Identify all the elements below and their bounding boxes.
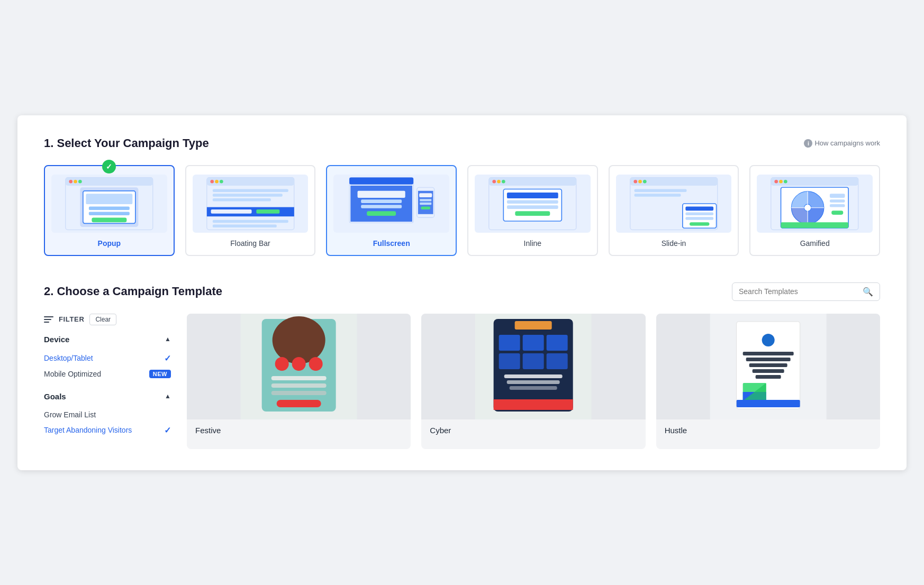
- slide-in-svg: [616, 175, 732, 233]
- how-campaigns-text: How campaigns work: [814, 139, 880, 147]
- svg-rect-83: [271, 383, 327, 388]
- how-campaigns-link[interactable]: i How campaigns work: [804, 139, 880, 148]
- svg-point-79: [275, 357, 289, 371]
- campaign-card-popup[interactable]: ✓: [44, 165, 175, 256]
- cyber-name: Cyber: [421, 419, 645, 441]
- svg-rect-44: [507, 200, 558, 204]
- filter-item-desktop-tablet[interactable]: Desktop/Tablet ✓: [44, 350, 171, 367]
- svg-rect-7: [86, 194, 132, 204]
- svg-rect-53: [634, 194, 681, 197]
- svg-rect-71: [830, 194, 845, 198]
- info-icon: i: [804, 139, 812, 148]
- svg-rect-23: [213, 224, 277, 227]
- filter-item-grow-email[interactable]: Grow Email List: [44, 407, 171, 422]
- svg-rect-27: [358, 190, 405, 197]
- svg-point-62: [780, 179, 783, 183]
- grow-email-label: Grow Email List: [44, 410, 96, 419]
- filter-top: FILTER Clear: [44, 314, 171, 325]
- filter-label: FILTER: [59, 315, 84, 323]
- target-abandoning-label: Target Abandoning Visitors: [44, 426, 132, 434]
- svg-point-4: [78, 179, 82, 183]
- svg-rect-92: [499, 353, 520, 369]
- svg-point-63: [784, 179, 787, 183]
- svg-point-61: [775, 179, 778, 183]
- svg-rect-36: [421, 206, 431, 209]
- campaign-card-slide-in[interactable]: Slide-in: [609, 165, 739, 256]
- campaign-card-inline[interactable]: Inline: [467, 165, 598, 256]
- svg-point-81: [309, 357, 323, 371]
- svg-rect-94: [547, 353, 568, 369]
- cyber-thumbnail: [421, 314, 645, 419]
- svg-rect-102: [742, 352, 793, 355]
- svg-point-101: [762, 334, 774, 346]
- svg-point-15: [220, 179, 223, 183]
- section1-header: 1. Select Your Campaign Type i How campa…: [44, 136, 880, 150]
- svg-point-14: [215, 179, 219, 183]
- svg-rect-91: [547, 335, 568, 351]
- campaign-types-row: ✓: [44, 165, 880, 256]
- svg-rect-30: [367, 211, 396, 216]
- svg-rect-56: [685, 212, 713, 215]
- section2-title: 2. Choose a Campaign Template: [44, 285, 222, 298]
- svg-rect-22: [213, 220, 288, 223]
- hustle-thumbnail: [656, 314, 880, 419]
- fullscreen-label: Fullscreen: [373, 239, 410, 248]
- campaign-card-fullscreen[interactable]: Fullscreen: [326, 165, 457, 256]
- filter-item-target-abandoning[interactable]: Target Abandoning Visitors ✓: [44, 422, 171, 438]
- popup-label: Popup: [98, 239, 121, 248]
- gamified-label: Gamified: [800, 239, 830, 248]
- new-badge: NEW: [149, 370, 171, 378]
- svg-rect-97: [510, 386, 557, 390]
- svg-rect-89: [499, 335, 520, 351]
- svg-point-51: [643, 179, 647, 183]
- device-section-header[interactable]: Device ▲: [44, 335, 171, 344]
- svg-rect-29: [361, 205, 402, 208]
- inline-label: Inline: [524, 239, 541, 248]
- filter-icon: [44, 316, 53, 323]
- svg-rect-93: [523, 353, 544, 369]
- search-icon: 🔍: [863, 287, 873, 297]
- filter-section-goals: Goals ▲ Grow Email List Target Abandonin…: [44, 392, 171, 438]
- template-card-cyber[interactable]: Cyber: [421, 314, 645, 449]
- festive-thumbnail: [187, 314, 411, 419]
- svg-rect-84: [271, 391, 327, 395]
- filter-sidebar: FILTER Clear Device ▲ Desktop/Tablet ✓ M…: [44, 314, 171, 449]
- festive-svg: [187, 314, 411, 419]
- svg-point-2: [69, 179, 73, 183]
- floating-bar-preview: [193, 175, 309, 233]
- svg-rect-90: [523, 335, 544, 351]
- svg-rect-57: [685, 217, 713, 220]
- inline-svg: [475, 175, 591, 233]
- svg-rect-106: [755, 375, 781, 379]
- campaign-card-floating-bar[interactable]: Floating Bar: [185, 165, 316, 256]
- festive-name: Festive: [187, 419, 411, 441]
- svg-rect-45: [507, 205, 558, 209]
- svg-rect-8: [89, 206, 130, 210]
- svg-rect-20: [211, 209, 251, 214]
- search-templates-input[interactable]: [739, 287, 863, 296]
- svg-rect-73: [830, 204, 845, 207]
- goals-section-header[interactable]: Goals ▲: [44, 392, 171, 401]
- template-card-hustle[interactable]: Hustle: [656, 314, 880, 449]
- search-templates-container[interactable]: 🔍: [732, 282, 880, 301]
- svg-rect-103: [746, 358, 790, 361]
- inline-preview: [475, 175, 591, 233]
- svg-rect-43: [507, 193, 558, 198]
- slide-in-label: Slide-in: [662, 239, 686, 248]
- svg-point-78: [273, 316, 325, 364]
- gamified-svg: [757, 175, 873, 233]
- svg-rect-98: [494, 399, 573, 410]
- mobile-optimized-label: Mobile Optimized: [44, 370, 101, 378]
- template-card-festive[interactable]: Festive: [187, 314, 411, 449]
- svg-rect-95: [504, 374, 563, 378]
- svg-rect-88: [515, 321, 552, 330]
- svg-point-41: [502, 179, 505, 183]
- svg-rect-52: [634, 189, 686, 192]
- svg-rect-33: [419, 193, 432, 197]
- clear-filter-button[interactable]: Clear: [89, 314, 116, 325]
- filter-item-mobile-optimized[interactable]: Mobile Optimized NEW: [44, 367, 171, 381]
- svg-rect-17: [213, 194, 283, 197]
- svg-rect-16: [213, 189, 288, 192]
- gamified-preview: [757, 175, 873, 233]
- campaign-card-gamified[interactable]: Gamified: [749, 165, 880, 256]
